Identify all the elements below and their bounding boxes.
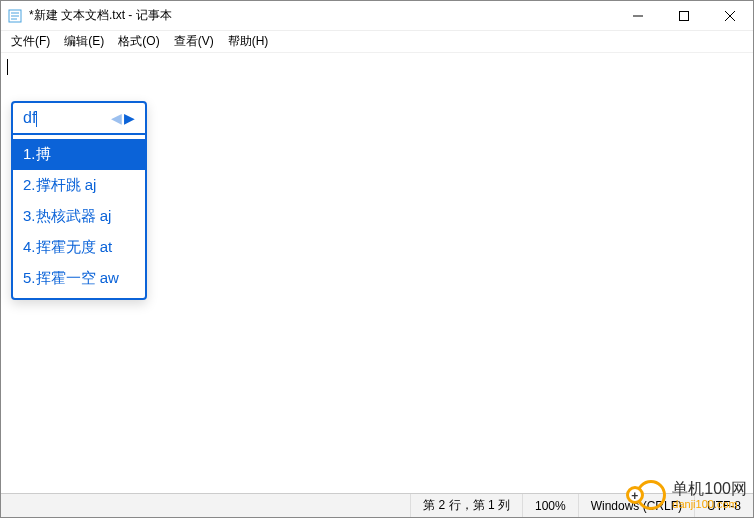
menubar: 文件(F) 编辑(E) 格式(O) 查看(V) 帮助(H) (1, 31, 753, 53)
status-position: 第 2 行，第 1 列 (411, 494, 523, 517)
ime-candidate[interactable]: 4.挥霍无度 at (13, 232, 145, 263)
menu-edit[interactable]: 编辑(E) (58, 31, 110, 52)
notepad-window: *新建 文本文档.txt - 记事本 文件(F) 编辑(E) 格式(O) 查看(… (0, 0, 754, 518)
window-title: *新建 文本文档.txt - 记事本 (29, 7, 615, 24)
ime-panel: df ◀ ▶ 1.搏 2.撑杆跳 aj 3.热核武器 aj 4.挥霍无度 at … (11, 101, 147, 300)
close-button[interactable] (707, 1, 753, 30)
ime-prev-page-icon[interactable]: ◀ (111, 110, 122, 126)
ime-candidate[interactable]: 1.搏 (13, 139, 145, 170)
menu-help[interactable]: 帮助(H) (222, 31, 275, 52)
status-spacer (1, 494, 411, 517)
menu-format[interactable]: 格式(O) (112, 31, 165, 52)
status-zoom: 100% (523, 494, 579, 517)
ime-input-row: df ◀ ▶ (13, 103, 145, 135)
titlebar: *新建 文本文档.txt - 记事本 (1, 1, 753, 31)
text-caret (7, 59, 8, 75)
ime-candidate[interactable]: 2.撑杆跳 aj (13, 170, 145, 201)
statusbar: 第 2 行，第 1 列 100% Windows (CRLF) UTF-8 (1, 493, 753, 517)
ime-candidate[interactable]: 3.热核武器 aj (13, 201, 145, 232)
notepad-icon (7, 8, 23, 24)
ime-next-page-icon[interactable]: ▶ (124, 110, 135, 126)
ime-caret (36, 111, 37, 127)
maximize-button[interactable] (661, 1, 707, 30)
window-controls (615, 1, 753, 30)
ime-composition-text: df (23, 109, 36, 126)
ime-candidate-list: 1.搏 2.撑杆跳 aj 3.热核武器 aj 4.挥霍无度 at 5.挥霍一空 … (13, 135, 145, 298)
status-encoding: UTF-8 (695, 494, 753, 517)
ime-pager: ◀ ▶ (111, 110, 135, 126)
minimize-button[interactable] (615, 1, 661, 30)
ime-composition: df (23, 109, 111, 127)
ime-candidate[interactable]: 5.挥霍一空 aw (13, 263, 145, 294)
svg-rect-5 (680, 11, 689, 20)
menu-view[interactable]: 查看(V) (168, 31, 220, 52)
status-line-ending: Windows (CRLF) (579, 494, 695, 517)
menu-file[interactable]: 文件(F) (5, 31, 56, 52)
